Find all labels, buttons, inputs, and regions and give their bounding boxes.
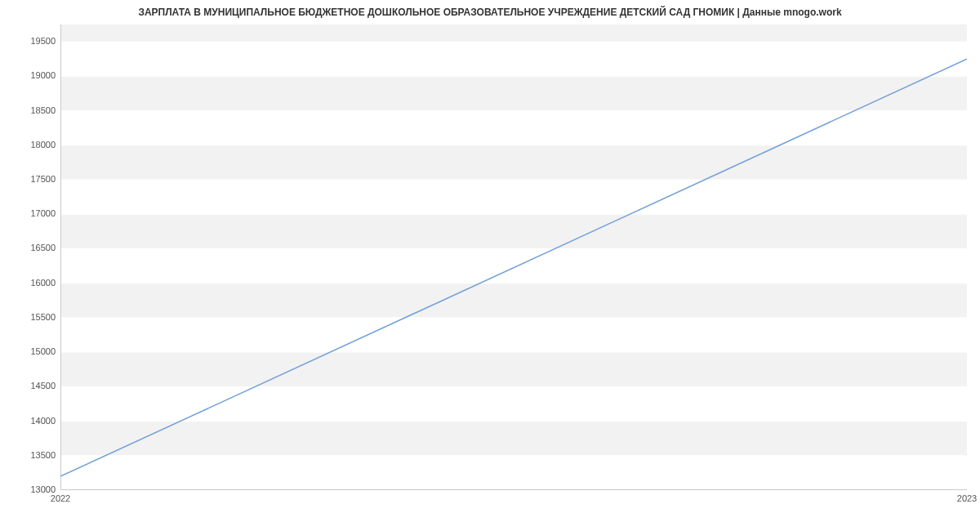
svg-rect-5 (60, 76, 967, 110)
y-tick-label: 18500 (7, 105, 56, 115)
y-tick-label: 17000 (7, 208, 56, 218)
y-tick-label: 15500 (7, 312, 56, 322)
y-tick-label: 17500 (7, 174, 56, 184)
svg-rect-2 (60, 283, 967, 318)
svg-rect-0 (60, 422, 967, 456)
svg-rect-1 (60, 352, 967, 386)
x-tick-label: 2023 (957, 493, 977, 503)
y-tick-label: 14500 (7, 381, 56, 390)
chart-title: ЗАРПЛАТА В МУНИЦИПАЛЬНОЕ БЮДЖЕТНОЕ ДОШКО… (0, 7, 980, 18)
svg-rect-6 (60, 25, 967, 42)
plot-area (60, 25, 967, 490)
y-tick-label: 15000 (7, 346, 56, 356)
chart-container: ЗАРПЛАТА В МУНИЦИПАЛЬНОЕ БЮДЖЕТНОЕ ДОШКО… (0, 0, 980, 531)
y-tick-label: 18000 (7, 140, 56, 149)
y-tick-label: 19500 (7, 36, 56, 46)
y-tick-label: 16000 (7, 278, 56, 288)
y-tick-label: 13500 (7, 450, 56, 460)
svg-rect-4 (60, 145, 967, 180)
y-tick-label: 14000 (7, 416, 56, 426)
svg-rect-3 (60, 214, 967, 248)
y-tick-label: 16500 (7, 243, 56, 252)
x-tick-label: 2022 (51, 493, 70, 503)
y-tick-label: 19000 (7, 70, 56, 80)
plot-svg (60, 25, 967, 490)
y-tick-label: 13000 (7, 484, 56, 494)
